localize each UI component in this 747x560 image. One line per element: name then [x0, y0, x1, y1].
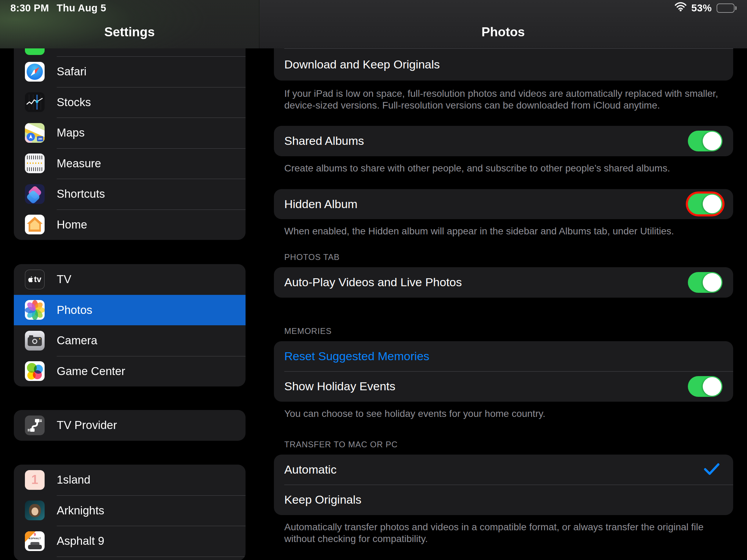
sidebar-title: Settings: [104, 25, 155, 39]
settings-row-label: Shared Albums: [284, 134, 688, 148]
sidebar-item-stocks[interactable]: Stocks: [14, 87, 246, 118]
section-footer: If your iPad is low on space, full-resol…: [284, 88, 733, 111]
sidebar-item-maps[interactable]: 280Maps: [14, 118, 246, 148]
sidebar-item-1sland[interactable]: 11sland: [14, 465, 246, 495]
sidebar-item-label: 1sland: [57, 473, 90, 486]
settings-card: AutomaticKeep Originals: [274, 455, 733, 515]
sidebar-item-label: Stocks: [57, 96, 91, 109]
home-icon: [25, 215, 45, 234]
1sland-icon: 1: [25, 470, 45, 490]
sidebar-item-game-center[interactable]: Game Center: [14, 356, 246, 387]
sidebar-group: TV Provider: [14, 410, 246, 441]
settings-row-keep-originals[interactable]: Keep Originals: [274, 485, 733, 515]
sidebar-group: tvTVPhotosCameraGame Center: [14, 264, 246, 386]
settings-row-label: Download and Keep Originals: [284, 58, 722, 71]
sidebar-item-tv-provider[interactable]: TV Provider: [14, 410, 246, 441]
settings-card: Shared Albums: [274, 126, 733, 156]
panel-title: Photos: [481, 25, 525, 39]
sidebar-item-label: Game Center: [57, 365, 125, 378]
toggle-knob: [703, 132, 721, 150]
panel-content: Download and Keep OriginalsIf your iPad …: [259, 48, 747, 560]
section-footer: When enabled, the Hidden album will appe…: [284, 225, 733, 237]
asphalt9-icon: 9ASPHALT: [25, 531, 45, 551]
sidebar-item-photos[interactable]: Photos: [14, 295, 246, 326]
checkmark-icon: [704, 463, 720, 477]
sidebar-item-asphalt-9[interactable]: 9ASPHALTAsphalt 9: [14, 526, 246, 557]
sidebar-group: 11slandArknights9ASPHALTAsphalt 9: [14, 465, 246, 560]
safari-icon: [25, 62, 45, 82]
wifi-icon: [675, 2, 686, 14]
settings-card: Hidden Album: [274, 189, 733, 220]
settings-row-label: Auto-Play Videos and Live Photos: [284, 276, 688, 289]
section-footer: Create albums to share with other people…: [284, 162, 733, 174]
sidebar-item-camera[interactable]: Camera: [14, 325, 246, 356]
photos-settings-panel: Photos Download and Keep OriginalsIf you…: [259, 0, 747, 560]
ipad-settings-screen: 8:30 PM Thu Aug 5 53% SafariStocks280Map…: [0, 0, 747, 560]
shared-albums-toggle[interactable]: [688, 131, 722, 151]
sidebar-item-label: TV: [57, 273, 71, 286]
sidebar-item-label: Camera: [57, 334, 97, 347]
section-header-photos-tab: PHOTOS TAB: [284, 252, 733, 262]
settings-card: Auto-Play Videos and Live Photos: [274, 267, 733, 298]
settings-row-reset-suggested-memories[interactable]: Reset Suggested Memories: [274, 341, 733, 372]
settings-row-show-holiday-events[interactable]: Show Holiday Events: [274, 371, 733, 402]
gamecenter-icon: [25, 361, 45, 381]
sidebar-item-label: Home: [57, 218, 87, 231]
tv-icon: tv: [25, 270, 45, 289]
settings-card: Download and Keep Originals: [274, 48, 733, 81]
arknights-icon: [25, 501, 45, 520]
settings-row-download-and-keep-originals[interactable]: Download and Keep Originals: [274, 48, 733, 81]
sidebar-item-label: Photos: [57, 304, 92, 317]
maps-icon: 280: [25, 123, 45, 143]
sidebar-item-measure[interactable]: Measure: [14, 148, 246, 179]
sidebar-item-safari[interactable]: Safari: [14, 56, 246, 87]
photos-icon: [25, 300, 45, 320]
sidebar-item-label: Safari: [57, 65, 86, 78]
sidebar-item-arknights[interactable]: Arknights: [14, 495, 246, 526]
sidebar: SafariStocks280MapsMeasureShortcutsHomet…: [0, 0, 259, 560]
toggle-knob: [703, 273, 721, 292]
status-right: 53%: [675, 2, 737, 14]
toggle-knob: [703, 377, 721, 396]
sidebar-item-label: TV Provider: [57, 419, 117, 432]
settings-row-automatic[interactable]: Automatic: [274, 455, 733, 485]
section-header-memories: MEMORIES: [284, 326, 733, 336]
auto-play-videos-and-live-photos-toggle[interactable]: [688, 272, 722, 293]
sidebar-item-cutoff: [14, 557, 246, 560]
sidebar-item-shortcuts[interactable]: Shortcuts: [14, 179, 246, 209]
toggle-knob: [703, 195, 721, 213]
section-footer: You can choose to see holiday events for…: [284, 408, 733, 420]
settings-row-hidden-album[interactable]: Hidden Album: [274, 189, 733, 220]
battery-icon: [717, 3, 737, 13]
stocks-icon: [25, 92, 45, 112]
measure-icon: [25, 153, 45, 173]
settings-row-label: Automatic: [284, 463, 704, 476]
status-left: 8:30 PM Thu Aug 5: [10, 2, 106, 14]
settings-row-label: Keep Originals: [284, 493, 722, 506]
battery-percent: 53%: [691, 2, 712, 14]
section-header-transfer-to-mac-or-pc: TRANSFER TO MAC OR PC: [284, 439, 733, 450]
status-time: 8:30 PM: [10, 2, 49, 14]
section-footer: Automatically transfer photos and videos…: [284, 521, 733, 545]
status-date: Thu Aug 5: [57, 2, 106, 14]
sidebar-item-label: Asphalt 9: [57, 534, 104, 548]
sidebar-item-label: Maps: [57, 126, 85, 139]
settings-row-auto-play-videos-and-live-photos[interactable]: Auto-Play Videos and Live Photos: [274, 267, 733, 298]
settings-row-label: Show Holiday Events: [284, 380, 688, 393]
settings-row-label: Reset Suggested Memories: [284, 349, 722, 363]
sidebar-item-label: Arknights: [57, 504, 104, 517]
tvprovider-icon: [25, 416, 45, 435]
status-bar: 8:30 PM Thu Aug 5 53%: [0, 0, 747, 15]
sidebar-item-tv[interactable]: tvTV: [14, 264, 246, 295]
settings-card: Reset Suggested MemoriesShow Holiday Eve…: [274, 341, 733, 402]
show-holiday-events-toggle[interactable]: [688, 376, 722, 397]
sidebar-item-home[interactable]: Home: [14, 209, 246, 240]
hidden-album-toggle[interactable]: [688, 194, 722, 214]
settings-row-label: Hidden Album: [284, 197, 688, 211]
camera-icon: [25, 331, 45, 351]
sidebar-item-label: Measure: [57, 157, 101, 170]
sidebar-item-label: Shortcuts: [57, 187, 105, 200]
settings-row-shared-albums[interactable]: Shared Albums: [274, 126, 733, 156]
shortcuts-icon: [25, 184, 45, 204]
sidebar-group: SafariStocks280MapsMeasureShortcutsHome: [14, 33, 246, 240]
